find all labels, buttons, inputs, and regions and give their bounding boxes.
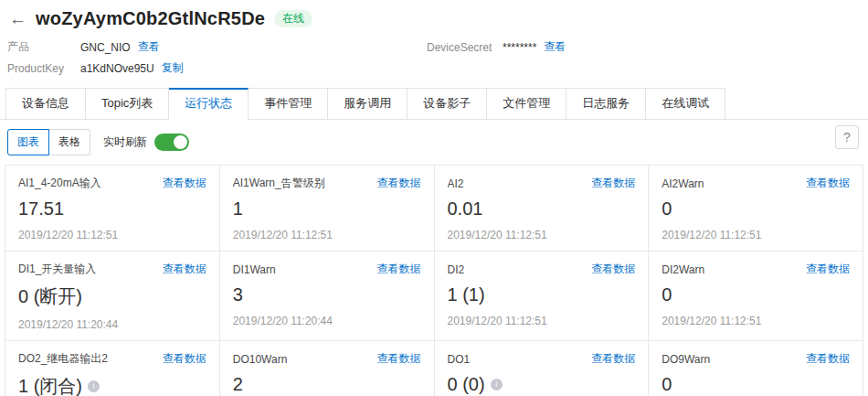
property-value: 0 (0)i (448, 374, 636, 395)
property-title: DO9Warn (662, 353, 710, 366)
view-mode-group: 图表 表格 (7, 129, 90, 155)
productkey-row: ProductKey a1KdNOve95U 复制 (7, 58, 861, 79)
view-data-link[interactable]: 查看数据 (591, 176, 635, 191)
property-card: DO2_继电器输出2查看数据 1 (闭合)i 2019/12/20 11:22:… (5, 341, 219, 396)
info-icon[interactable]: i (88, 380, 100, 392)
property-title: DI1_开关量输入 (18, 262, 96, 277)
property-timestamp: 2019/12/20 11:12:51 (448, 229, 636, 241)
property-timestamp: 2019/12/20 11:20:44 (233, 315, 421, 327)
tab-device-shadow[interactable]: 设备影子 (408, 88, 487, 119)
property-timestamp: 2019/12/20 11:12:51 (448, 315, 636, 327)
view-data-link[interactable]: 查看数据 (591, 262, 635, 277)
property-title: DO10Warn (233, 353, 288, 366)
property-card: DI2Warn查看数据 0 2019/12/20 11:12:51 (649, 252, 863, 340)
tab-event-management[interactable]: 事件管理 (249, 88, 328, 119)
page-header: ← woZyAymC0b2GtlNcR5De 在线 (0, 0, 868, 31)
property-card: DO10Warn查看数据 2 2019/12/20 11:22:28 (220, 341, 434, 396)
devicesecret-value: ******** (503, 41, 536, 54)
property-value: 1 (233, 198, 421, 219)
tab-runtime-status[interactable]: 运行状态 (169, 88, 249, 120)
property-title: AI2Warn (662, 177, 704, 190)
device-name-title: woZyAymC0b2GtlNcR5De (36, 8, 265, 29)
productkey-value: a1KdNOve95U (80, 62, 154, 75)
property-timestamp: 2019/12/20 11:12:51 (662, 315, 850, 327)
back-arrow-icon[interactable]: ← (9, 10, 26, 27)
property-value: 2 (233, 374, 421, 395)
view-data-link[interactable]: 查看数据 (806, 176, 850, 191)
property-card: DO1查看数据 0 (0)i 2019/12/20 11:21:56 (435, 341, 649, 396)
view-controls: 图表 表格 实时刷新 ? (0, 120, 868, 163)
property-title: DO1 (448, 353, 471, 366)
view-data-link[interactable]: 查看数据 (591, 351, 635, 367)
devicesecret-label: DeviceSecret (427, 41, 503, 54)
property-value: 3 (233, 284, 421, 305)
property-value: 17.51 (18, 198, 206, 219)
tab-file-management[interactable]: 文件管理 (487, 88, 566, 119)
online-status-badge: 在线 (274, 10, 312, 28)
device-meta: 产品 GNC_NIO 查看 ProductKey a1KdNOve95U 复制 … (0, 31, 868, 86)
table-view-button[interactable]: 表格 (49, 129, 90, 155)
realtime-refresh-toggle[interactable] (154, 134, 189, 151)
product-value: GNC_NIO (80, 41, 131, 54)
view-data-link[interactable]: 查看数据 (377, 262, 421, 277)
property-timestamp: 2019/12/20 11:12:51 (662, 229, 850, 241)
productkey-copy-link[interactable]: 复制 (162, 60, 184, 76)
devicesecret-row: DeviceSecret ******** 查看 (427, 37, 566, 58)
productkey-label: ProductKey (7, 62, 80, 75)
device-detail-page: ← woZyAymC0b2GtlNcR5De 在线 产品 GNC_NIO 查看 … (0, 0, 868, 396)
property-card: AI2查看数据 0.01 2019/12/20 11:12:51 (435, 166, 649, 251)
property-title: DO2_继电器输出2 (18, 351, 108, 367)
info-icon[interactable]: i (491, 379, 503, 391)
tab-log-service[interactable]: 日志服务 (566, 88, 646, 119)
toggle-knob (174, 135, 187, 149)
view-data-link[interactable]: 查看数据 (806, 351, 850, 367)
property-card: DI1_开关量输入查看数据 0 (断开) 2019/12/20 11:20:44 (5, 252, 219, 340)
devicesecret-view-link[interactable]: 查看 (544, 39, 566, 55)
property-value: 0 (662, 374, 850, 395)
tab-service-invoke[interactable]: 服务调用 (328, 88, 408, 119)
realtime-refresh-label: 实时刷新 (103, 134, 147, 150)
property-value: 1 (1) (448, 284, 636, 305)
property-timestamp: 2019/12/20 11:12:51 (233, 229, 421, 241)
property-cards-grid: AI1_4-20mA输入查看数据 17.51 2019/12/20 11:12:… (5, 165, 863, 396)
property-card: AI1_4-20mA输入查看数据 17.51 2019/12/20 11:12:… (5, 166, 219, 251)
property-value: 0 (662, 284, 850, 305)
property-value: 0 (662, 198, 850, 219)
product-view-link[interactable]: 查看 (138, 39, 160, 55)
property-title: AI2 (448, 177, 464, 190)
property-card: DI1Warn查看数据 3 2019/12/20 11:20:44 (220, 252, 434, 340)
tab-device-info[interactable]: 设备信息 (5, 88, 86, 119)
chart-view-button[interactable]: 图表 (7, 129, 49, 155)
help-button[interactable]: ? (835, 125, 859, 149)
view-data-link[interactable]: 查看数据 (806, 262, 850, 277)
property-timestamp: 2019/12/20 11:12:51 (18, 229, 206, 241)
tab-topic-list[interactable]: Topic列表 (86, 88, 169, 119)
tab-online-debug[interactable]: 在线调试 (646, 88, 725, 119)
property-card: DI2查看数据 1 (1) 2019/12/20 11:12:51 (435, 252, 649, 340)
property-value-text: 1 (闭合) (18, 374, 82, 396)
property-value: 0 (断开) (18, 284, 206, 309)
view-data-link[interactable]: 查看数据 (377, 351, 421, 367)
product-label: 产品 (7, 39, 80, 55)
property-timestamp: 2019/12/20 11:20:44 (18, 318, 206, 331)
view-data-link[interactable]: 查看数据 (163, 262, 206, 277)
property-title: AI1Warn_告警级别 (233, 176, 325, 191)
property-title: AI1_4-20mA输入 (18, 176, 101, 191)
property-title: DI2Warn (662, 263, 704, 276)
device-tabs: 设备信息 Topic列表 运行状态 事件管理 服务调用 设备影子 文件管理 日志… (0, 88, 868, 120)
property-title: DI1Warn (233, 263, 276, 276)
view-data-link[interactable]: 查看数据 (163, 176, 206, 191)
property-value: 1 (闭合)i (18, 374, 206, 396)
property-title: DI2 (448, 263, 465, 276)
property-card: AI1Warn_告警级别查看数据 1 2019/12/20 11:12:51 (220, 166, 434, 251)
property-value-text: 0 (0) (448, 374, 485, 395)
view-data-link[interactable]: 查看数据 (377, 176, 421, 191)
view-data-link[interactable]: 查看数据 (163, 351, 206, 367)
property-card: AI2Warn查看数据 0 2019/12/20 11:12:51 (649, 166, 863, 251)
property-value: 0.01 (448, 198, 636, 219)
property-card: DO9Warn查看数据 0 2019/12/20 11:21:56 (649, 341, 863, 396)
